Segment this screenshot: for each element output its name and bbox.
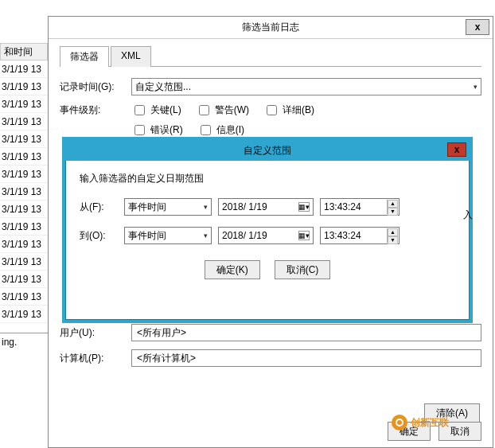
bg-row: 3/1/19 13 bbox=[0, 113, 52, 131]
spinner-icon[interactable]: ▲▼ bbox=[387, 228, 398, 243]
custom-range-hint: 输入筛选器的自定义日期范围 bbox=[80, 172, 455, 185]
checkbox-info[interactable]: 信息(I) bbox=[197, 123, 244, 138]
from-date-picker[interactable]: 2018/ 1/19▦▾ bbox=[218, 198, 314, 216]
checkbox-verbose[interactable]: 详细(B) bbox=[263, 103, 314, 118]
bg-row: 3/1/19 13 bbox=[0, 148, 52, 166]
checkbox-warning[interactable]: 警告(W) bbox=[196, 103, 249, 118]
filter-dialog-close-button[interactable]: x bbox=[466, 19, 489, 35]
watermark-logo: 创新互联 bbox=[392, 415, 449, 430]
user-label: 用户(U): bbox=[60, 326, 131, 340]
tab-xml[interactable]: XML bbox=[111, 46, 151, 67]
logo-icon bbox=[392, 415, 407, 430]
checkbox-critical[interactable]: 关键(L) bbox=[131, 103, 181, 118]
tabs: 筛选器 XML bbox=[60, 45, 481, 67]
bg-row: 3/1/19 13 bbox=[0, 288, 52, 306]
bg-column-header: 和时间 bbox=[0, 43, 48, 60]
bg-row: 3/1/19 13 bbox=[0, 60, 52, 78]
chevron-down-icon: ▾ bbox=[204, 232, 208, 240]
log-time-label: 记录时间(G): bbox=[60, 80, 131, 94]
bg-row: 3/1/19 13 bbox=[0, 236, 52, 253]
range-ok-button[interactable]: 确定(K) bbox=[205, 260, 260, 279]
from-label: 从(F): bbox=[80, 201, 118, 214]
bg-row: 3/1/19 13 bbox=[0, 78, 52, 95]
custom-range-close-button[interactable]: x bbox=[447, 142, 466, 157]
bg-row: 3/1/19 13 bbox=[0, 201, 52, 218]
level-label: 事件级别: bbox=[60, 103, 131, 117]
to-type-select[interactable]: 事件时间▾ bbox=[124, 227, 212, 244]
side-char: 入 bbox=[463, 208, 473, 222]
from-type-select[interactable]: 事件时间▾ bbox=[124, 198, 212, 216]
tab-filter[interactable]: 筛选器 bbox=[60, 46, 109, 67]
to-label: 到(O): bbox=[80, 229, 118, 243]
bg-row: 3/1/19 13 bbox=[0, 218, 52, 236]
to-date-picker[interactable]: 2018/ 1/19▦▾ bbox=[218, 227, 314, 244]
user-input[interactable] bbox=[131, 324, 481, 341]
bg-row: 3/1/19 13 bbox=[0, 253, 52, 271]
range-cancel-button[interactable]: 取消(C) bbox=[275, 260, 331, 279]
bg-row: 3/1/19 13 bbox=[0, 183, 52, 201]
computer-input[interactable] bbox=[131, 349, 481, 367]
calendar-icon: ▦▾ bbox=[298, 231, 310, 240]
from-time-picker[interactable]: 13:43:24▲▼ bbox=[320, 198, 400, 216]
bg-row: 3/1/19 13 bbox=[0, 306, 52, 323]
to-time-picker[interactable]: 13:43:24▲▼ bbox=[320, 227, 400, 244]
custom-range-title: 自定义范围 x bbox=[65, 140, 470, 161]
bg-status: ing. bbox=[0, 333, 48, 351]
bg-row: 3/1/19 13 bbox=[0, 271, 52, 288]
spinner-icon[interactable]: ▲▼ bbox=[387, 200, 398, 214]
bg-row: 3/1/19 13 bbox=[0, 166, 52, 183]
chevron-down-icon: ▾ bbox=[474, 83, 477, 91]
bg-row: 3/1/19 13 bbox=[0, 95, 52, 113]
checkbox-error[interactable]: 错误(R) bbox=[131, 123, 183, 138]
computer-label: 计算机(P): bbox=[60, 352, 131, 365]
bg-row: 3/1/19 13 bbox=[0, 131, 52, 148]
calendar-icon: ▦▾ bbox=[298, 202, 310, 212]
filter-dialog-title: 筛选当前日志 x bbox=[49, 17, 493, 39]
custom-range-dialog: 自定义范围 x 输入筛选器的自定义日期范围 从(F): 事件时间▾ 2018/ … bbox=[62, 137, 473, 323]
log-time-select[interactable]: 自定义范围...▾ bbox=[131, 78, 481, 95]
chevron-down-icon: ▾ bbox=[204, 203, 208, 211]
